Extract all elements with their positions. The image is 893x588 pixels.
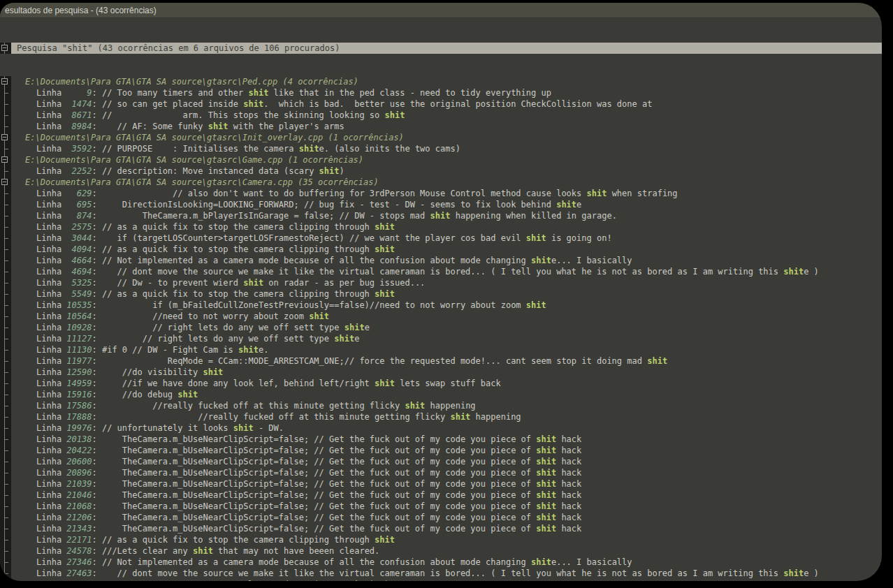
match-line-row[interactable]: Linha 695: DirectionIsLooking=LOOKING_FO…: [0, 199, 882, 210]
match-line-row[interactable]: Linha 21343: TheCamera.m_bUseNearClipScr…: [0, 523, 882, 534]
line-number: 4094: [66, 244, 92, 254]
match-line-row[interactable]: Linha 21046: TheCamera.m_bUseNearClipScr…: [0, 490, 882, 501]
code-text: hack: [556, 468, 581, 478]
match-line-row[interactable]: Linha 14959: //if we have done any look …: [0, 378, 882, 389]
file-result-row[interactable]: E:\Documents\Para GTA\GTA SA source\gtas…: [0, 132, 882, 143]
fold-margin: [0, 288, 11, 300]
fold-margin: [0, 233, 11, 244]
line-separator: :: [92, 401, 101, 411]
code-text: //do visibility: [102, 367, 203, 377]
match-line-row[interactable]: Linha 10928: // right lets do any we off…: [0, 322, 882, 333]
line-number: 27346: [66, 557, 92, 567]
match-line-row[interactable]: Linha 27463: // dont move the source we …: [0, 568, 882, 579]
match-line-row[interactable]: Linha 3044: if (targetLOSCounter>targetL…: [0, 233, 882, 244]
file-result-row[interactable]: E:\Documents\Para GTA\GTA SA source\gtas…: [0, 154, 882, 166]
match-line-row[interactable]: Linha 24578: ///Lets clear any shit that…: [0, 545, 882, 557]
line-label: Linha: [36, 524, 66, 534]
fold-collapse-icon[interactable]: [1, 134, 8, 140]
fold-tick-icon: [4, 294, 8, 295]
match-line: Linha 21046: TheCamera.m_bUseNearClipScr…: [11, 490, 882, 501]
fold-tick-icon: [4, 316, 8, 317]
file-result-row[interactable]: E:\Documents\Para GTA\GTA SA source\gtas…: [0, 177, 882, 188]
file-path: E:\Documents\Para GTA\GTA SA source\gtas…: [11, 177, 882, 188]
code-text: e.: [259, 345, 268, 355]
file-result-row[interactable]: E:\Documents\Para GTA\GTA SA source\gtas…: [0, 579, 882, 581]
results-list: E:\Documents\Para GTA\GTA SA source\gtas…: [0, 76, 882, 581]
line-number: 9: [66, 88, 92, 98]
match-line-row[interactable]: Linha 12590: //do visibility shit: [0, 367, 882, 378]
file-result-row[interactable]: E:\Documents\Para GTA\GTA SA source\gtas…: [0, 76, 882, 87]
fold-collapse-icon[interactable]: [1, 179, 8, 185]
match-line: Linha 15916: //do debug shit: [11, 389, 882, 400]
match-line-row[interactable]: Linha 10564: //need to not worry about z…: [0, 311, 882, 322]
match-text: shit: [248, 88, 268, 98]
search-summary-row[interactable]: Pesquisa "shit" (43 ocorrências em 6 arq…: [0, 43, 882, 54]
fold-margin: [0, 545, 11, 557]
match-line-row[interactable]: Linha 11130: #if 0 // DW - Fight Cam is …: [0, 344, 882, 355]
line-number: 17586: [66, 401, 92, 411]
match-line-row[interactable]: Linha 874: TheCamera.m_bPlayerIsInGarage…: [0, 210, 882, 221]
match-line-row[interactable]: Linha 21039: TheCamera.m_bUseNearClipScr…: [0, 478, 882, 490]
panel-titlebar[interactable]: esultados de pesquisa - (43 ocorrências): [0, 3, 882, 18]
match-line-row[interactable]: Linha 5325: // Dw - to prevent wierd shi…: [0, 277, 882, 288]
match-line-row[interactable]: Linha 17888: //really fucked off at this…: [0, 411, 882, 422]
match-text: shit: [375, 222, 395, 232]
fold-tick-icon: [4, 484, 8, 485]
match-line-row[interactable]: Linha 11977: ReqMode = CCam::MODE_ARREST…: [0, 355, 882, 367]
code-text: //really fucked off at this minute getti…: [102, 401, 405, 411]
fold-collapse-icon[interactable]: [1, 78, 8, 84]
match-line-row[interactable]: Linha 9: // Too many timers and other sh…: [0, 87, 882, 98]
match-line-row[interactable]: Linha 20422: TheCamera.m_bUseNearClipScr…: [0, 445, 882, 456]
match-line-row[interactable]: Linha 3592: // PURPOSE : Initialises the…: [0, 143, 882, 154]
match-line-row[interactable]: Linha 21206: TheCamera.m_bUseNearClipScr…: [0, 512, 882, 523]
match-line-row[interactable]: Linha 17586: //really fucked off at this…: [0, 400, 882, 411]
match-line-row[interactable]: Linha 10535: if (m_bFailedCullZoneTestPr…: [0, 300, 882, 311]
fold-margin: [0, 166, 11, 177]
match-line-row[interactable]: Linha 21068: TheCamera.m_bUseNearClipScr…: [0, 501, 882, 512]
match-line-row[interactable]: Linha 2252: // description: Move instanc…: [0, 166, 882, 177]
fold-margin: [0, 579, 11, 581]
fold-tick-icon: [4, 551, 8, 552]
code-text: when strafing: [607, 189, 677, 198]
match-line-row[interactable]: Linha 20600: TheCamera.m_bUseNearClipScr…: [0, 456, 882, 467]
fold-collapse-icon[interactable]: [1, 45, 8, 51]
match-line: Linha 12590: //do visibility shit: [11, 367, 882, 378]
match-line: Linha 2252: // description: Move instanc…: [11, 166, 882, 177]
match-line-row[interactable]: Linha 15916: //do debug shit: [0, 389, 882, 400]
match-text: shit: [334, 334, 354, 344]
file-path: E:\Documents\Para GTA\GTA SA source\gtas…: [11, 132, 882, 143]
match-line-row[interactable]: Linha 4694: // dont move the source we m…: [0, 266, 882, 277]
match-line-row[interactable]: Linha 629: // also don't want to do buff…: [0, 188, 882, 199]
match-line-row[interactable]: Linha 8671: // arm. This stops the skinn…: [0, 110, 882, 121]
line-label: Linha: [36, 244, 66, 254]
match-line-row[interactable]: Linha 2575: // as a quick fix to stop th…: [0, 221, 882, 233]
match-line-row[interactable]: Linha 4664: // Not implemented as a came…: [0, 255, 882, 266]
match-line-row[interactable]: Linha 11127: // right lets do any we off…: [0, 333, 882, 344]
code-text: // Too many timers and other: [102, 88, 249, 98]
file-path: E:\Documents\Para GTA\GTA SA source\gtas…: [11, 579, 882, 581]
line-separator: :: [92, 434, 101, 444]
code-text: TheCamera.m_bUseNearClipScript=false; //…: [102, 457, 536, 466]
match-text: shit: [536, 446, 556, 455]
fold-margin: [0, 523, 11, 534]
fold-tick-icon: [4, 126, 8, 127]
fold-tick-icon: [4, 149, 8, 149]
match-line-row[interactable]: Linha 19976: // unfortunately it looks s…: [0, 422, 882, 434]
match-line-row[interactable]: Linha 27346: // Not implemented as a cam…: [0, 557, 882, 568]
match-line-row[interactable]: Linha 5549: // as a quick fix to stop th…: [0, 288, 882, 300]
fold-tick-icon: [4, 450, 8, 451]
code-text: // PURPOSE : Initialises the camera: [102, 144, 299, 154]
line-separator: :: [92, 524, 101, 534]
match-line-row[interactable]: Linha 20138: TheCamera.m_bUseNearClipScr…: [0, 434, 882, 445]
match-line-row[interactable]: Linha 8984: // AF: Some funky shit with …: [0, 121, 882, 132]
match-line-row[interactable]: Linha 1474: // so can get placed inside …: [0, 98, 882, 110]
code-text: // so can get placed inside: [102, 99, 243, 109]
fold-collapse-icon[interactable]: [1, 156, 8, 163]
line-label: Linha: [36, 211, 66, 221]
match-line-row[interactable]: Linha 4094: // as a quick fix to stop th…: [0, 244, 882, 255]
code-text: e... I basically: [551, 557, 632, 567]
code-text: DirectionIsLooking=LOOKING_FORWARD; // b…: [102, 200, 556, 210]
match-line-row[interactable]: Linha 20896: TheCamera.m_bUseNearClipScr…: [0, 467, 882, 478]
fold-tick-icon: [4, 573, 8, 574]
match-line-row[interactable]: Linha 22171: // as a quick fix to stop t…: [0, 534, 882, 545]
